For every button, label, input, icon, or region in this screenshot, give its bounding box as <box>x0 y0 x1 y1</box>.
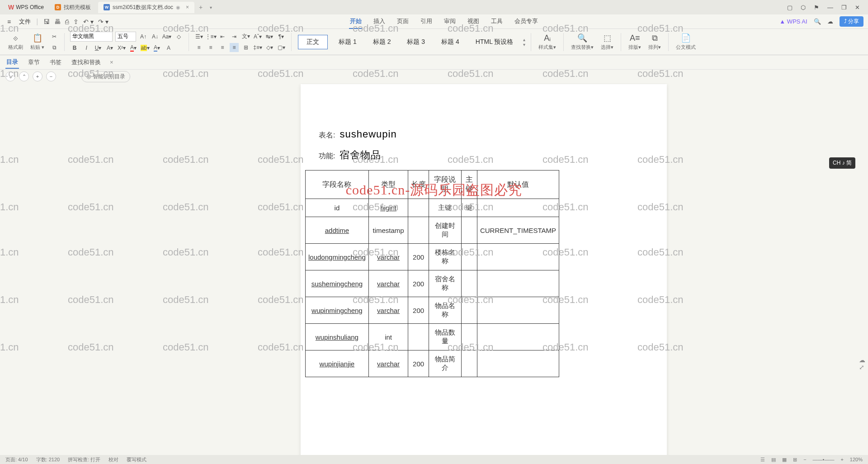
style-h2[interactable]: 标题 2 <box>367 35 397 49</box>
ime-indicator[interactable]: CH ♪ 简 <box>829 157 855 169</box>
maximize-button[interactable]: ❐ <box>841 4 847 11</box>
close-button[interactable]: ✕ <box>855 4 860 11</box>
superscript-icon[interactable]: X²▾ <box>117 43 126 52</box>
zoom-value[interactable]: 120% <box>850 457 863 462</box>
close-icon[interactable]: × <box>186 4 189 10</box>
italic-icon[interactable]: I <box>82 43 91 52</box>
cube-icon[interactable]: ⬡ <box>801 4 806 11</box>
style-set-button[interactable]: Aᵢ 样式集▾ <box>537 33 558 51</box>
format-painter-button[interactable]: ⟐ 格式刷 <box>6 33 25 51</box>
align-right-icon[interactable]: ≡ <box>218 43 227 52</box>
new-tab-button[interactable]: + <box>195 2 206 13</box>
tab-document-active[interactable]: W ssm2i051数据库文档.doc ◉ × <box>98 2 194 13</box>
nav-chapter[interactable]: 章节 <box>27 57 41 68</box>
para-shading-icon[interactable]: ◇▾ <box>265 43 274 52</box>
font-name-select[interactable] <box>70 32 113 42</box>
text-direction-icon[interactable]: 文▾ <box>241 32 250 41</box>
smart-toc-button[interactable]: ◎ 智能识别目录 <box>81 71 130 82</box>
style-h1[interactable]: 标题 1 <box>332 35 363 49</box>
style-h4[interactable]: 标题 4 <box>435 35 466 49</box>
db-table[interactable]: 字段名称 类型 长度 字段说明 主键 默认值 id bigint 主键 键 ad… <box>305 170 559 377</box>
nav-bookmark[interactable]: 书签 <box>49 57 62 68</box>
page-scroll[interactable]: 表名: sushewupin 功能: 宿舍物品 字段名称 类型 长度 字段说明 … <box>99 83 868 455</box>
zoom-out-icon[interactable]: − <box>803 457 806 462</box>
window-layout-icon[interactable]: ▢ <box>787 4 793 11</box>
tab-page[interactable]: 页面 <box>396 14 410 29</box>
share-button[interactable]: ⤴ 分享 <box>840 16 863 27</box>
tab-home[interactable]: 开始 <box>349 14 363 29</box>
arrange-h-button[interactable]: ⧉ 排列▾ <box>646 33 663 51</box>
arrange-v-button[interactable]: A≡ 排版▾ <box>627 33 643 51</box>
outdent-icon[interactable]: ⇤ <box>218 32 227 41</box>
style-html[interactable]: HTML 预设格 <box>469 35 519 49</box>
view-print-icon[interactable]: ▤ <box>771 457 776 463</box>
highlight-icon[interactable]: ab▾ <box>141 43 150 52</box>
borders-icon[interactable]: ▢▾ <box>277 43 286 52</box>
tab-member[interactable]: 会员专享 <box>514 14 539 29</box>
bullet-list-icon[interactable]: ☰▾ <box>194 32 203 41</box>
char-border-icon[interactable]: A <box>164 43 173 52</box>
tabs-icon[interactable]: ↹▾ <box>265 32 274 41</box>
cloud-icon[interactable]: ☁ <box>827 18 833 25</box>
tab-reference[interactable]: 引用 <box>420 14 433 29</box>
status-page[interactable]: 页面: 4/10 <box>5 456 28 463</box>
save-icon[interactable]: 🖫 <box>43 18 50 25</box>
strikethrough-icon[interactable]: A▾ <box>105 43 114 52</box>
align-center-icon[interactable]: ≡ <box>206 43 215 52</box>
clear-format-icon[interactable]: ◇ <box>174 32 183 41</box>
redo-icon[interactable]: ↷ ▾ <box>98 18 108 25</box>
font-color-icon[interactable]: A▾ <box>129 43 138 52</box>
status-spellcheck[interactable]: 拼写检查: 打开 <box>68 456 100 463</box>
grow-font-icon[interactable]: A↑ <box>139 32 148 41</box>
bold-icon[interactable]: B <box>70 43 79 52</box>
shrink-font-icon[interactable]: A↓ <box>151 32 160 41</box>
wps-ai-button[interactable]: ▲ WPS AI <box>779 18 807 25</box>
nav-close-icon[interactable]: × <box>110 59 113 66</box>
indent-icon[interactable]: ⇥ <box>230 32 239 41</box>
zoom-in-icon[interactable]: + <box>840 457 843 462</box>
style-scroll-icon[interactable]: ▴▾ <box>523 37 525 47</box>
nav-find-replace[interactable]: 查找和替换 <box>71 57 102 68</box>
status-words[interactable]: 字数: 2120 <box>36 456 60 463</box>
gov-mode-button[interactable]: 📄 公文模式 <box>674 33 698 51</box>
tab-tools[interactable]: 工具 <box>490 14 504 29</box>
show-marks-icon[interactable]: ¶▾ <box>277 32 286 41</box>
find-replace-button[interactable]: 🔍 查找替换▾ <box>569 33 595 51</box>
change-case-icon[interactable]: Aa▾ <box>162 32 171 41</box>
sort-icon[interactable]: Aˇ▾ <box>253 32 262 41</box>
status-proofing[interactable]: 校对 <box>108 456 118 463</box>
align-justify-icon[interactable]: ≡ <box>230 43 239 52</box>
document-page[interactable]: 表名: sushewupin 功能: 宿舍物品 字段名称 类型 长度 字段说明 … <box>301 84 667 455</box>
flag-icon[interactable]: ⚑ <box>814 4 819 11</box>
view-outline-icon[interactable]: ⊞ <box>793 457 797 463</box>
app-badge[interactable]: W WPS Office <box>4 2 48 13</box>
hamburger-icon[interactable]: ≡ <box>5 17 14 26</box>
search-icon[interactable]: 🔍 <box>814 18 821 25</box>
paste-button[interactable]: 📋 粘贴 ▾ <box>28 33 46 51</box>
copy-icon[interactable]: ⧉ <box>50 43 59 52</box>
view-mode-icon[interactable]: ☰ <box>760 457 765 463</box>
zoom-slider[interactable]: ——•—— <box>813 457 835 462</box>
collapse-down-icon[interactable]: ⌄ <box>5 71 15 81</box>
print-preview-icon[interactable]: ⎙ <box>65 18 69 25</box>
underline-icon[interactable]: U▾ <box>94 43 103 52</box>
tab-view[interactable]: 视图 <box>467 14 480 29</box>
style-body[interactable]: 正文 <box>298 35 328 49</box>
distribute-icon[interactable]: ⊞ <box>241 43 250 52</box>
align-left-icon[interactable]: ≡ <box>194 43 203 52</box>
nav-toc[interactable]: 目录 <box>5 56 19 69</box>
font-size-select[interactable] <box>115 32 136 42</box>
print-icon[interactable]: 🖶 <box>54 18 61 25</box>
collapse-up-icon[interactable]: ⌃ <box>19 71 29 81</box>
cut-icon[interactable]: ✂ <box>50 32 59 41</box>
side-cloud-icon[interactable]: ☁⤢ <box>859 356 865 371</box>
tab-pin-icon[interactable]: ◉ <box>176 5 180 10</box>
select-button[interactable]: ⬚ 选择▾ <box>599 33 615 51</box>
output-icon[interactable]: ⇪ <box>73 18 79 25</box>
minimize-button[interactable]: — <box>827 4 833 11</box>
view-web-icon[interactable]: ▦ <box>782 457 787 463</box>
undo-icon[interactable]: ↶ ▾ <box>83 18 94 25</box>
number-list-icon[interactable]: ⋮≡▾ <box>206 32 215 41</box>
tab-templates[interactable]: D 找稻壳模板 <box>49 2 96 13</box>
status-overwrite[interactable]: 覆写模式 <box>127 456 146 463</box>
